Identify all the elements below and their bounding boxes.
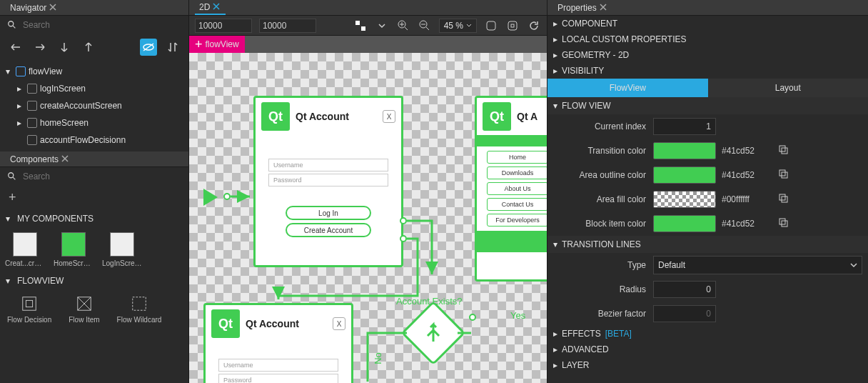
flow-port[interactable] <box>469 314 476 321</box>
chevron-down-icon[interactable] <box>375 19 389 33</box>
components-tab-label: Components <box>10 154 59 164</box>
tab-2d[interactable]: 2D <box>195 1 226 15</box>
close-icon[interactable] <box>213 3 221 11</box>
username-field: Username <box>218 359 338 372</box>
section-component[interactable]: ▸COMPONENT <box>547 16 868 31</box>
section-advanced[interactable]: ▸ADVANCED <box>547 342 868 357</box>
color-swatch[interactable] <box>653 142 716 159</box>
flow-start-icon[interactable] <box>203 189 218 206</box>
component-thumb[interactable]: HomeScreen <box>56 232 91 267</box>
current-index-input[interactable] <box>653 118 716 135</box>
tree-item-loginscreen[interactable]: ▸ logInScreen <box>3 80 186 97</box>
components-tab[interactable]: Components <box>6 153 74 166</box>
sort-icon[interactable] <box>164 39 181 56</box>
flow-port[interactable] <box>400 217 407 224</box>
section-layer[interactable]: ▸LAYER <box>547 357 868 373</box>
tab-label: FlowView <box>610 83 646 93</box>
tree-label: flowView <box>29 66 62 76</box>
visibility-toggle-icon[interactable] <box>140 39 157 56</box>
fit-screen-icon[interactable] <box>484 19 498 33</box>
tree-label: logInScreen <box>40 84 86 94</box>
navigator-tab[interactable]: Navigator <box>6 1 62 14</box>
flow-decision[interactable] <box>401 301 466 366</box>
section-geometry[interactable]: ▸GEOMETRY - 2D <box>547 47 868 63</box>
flow-wildcard-tool[interactable]: Flow Wildcard <box>117 294 162 324</box>
prop-block-item-color: Block item color #41cd52 <box>547 212 868 236</box>
component-thumb[interactable]: LogInScreen <box>104 232 140 267</box>
tab-label: Layout <box>775 83 801 93</box>
anchor-icon[interactable] <box>353 19 368 33</box>
color-swatch[interactable] <box>653 166 716 184</box>
home-nav-button: For Developers <box>487 214 547 227</box>
tree-item-accountflowdecision[interactable]: accountFlowDecisionn <box>3 131 186 149</box>
copy-icon[interactable] <box>777 192 792 207</box>
group-transition-lines[interactable]: ▾TRANSITION LINES <box>547 236 868 253</box>
flowview-header[interactable]: ▾ FLOWVIEW <box>0 272 188 290</box>
properties-subtabs: FlowView Layout <box>547 79 868 97</box>
arrow-right-icon[interactable] <box>31 39 49 56</box>
section-local-custom[interactable]: ▸LOCAL CUSTOM PROPERTIES <box>547 31 868 47</box>
flowview-tools: Flow Decision Flow Item Flow Wildcard <box>0 290 188 328</box>
flow-port[interactable] <box>223 193 231 200</box>
canvas-x-input[interactable] <box>195 19 252 33</box>
flow-item-tool[interactable]: Flow Item <box>69 294 99 324</box>
properties-tab[interactable]: Properties <box>553 1 612 14</box>
tree-item-homescreen[interactable]: ▸ homeScreen <box>3 114 186 131</box>
fit-selection-icon[interactable] <box>505 19 520 33</box>
copy-icon[interactable] <box>777 217 792 231</box>
component-thumb[interactable]: Creat...creen <box>7 232 43 267</box>
arrow-left-icon[interactable] <box>7 39 24 56</box>
flow-port[interactable] <box>400 235 407 242</box>
close-icon[interactable] <box>600 4 608 12</box>
tab-layout[interactable]: Layout <box>708 79 869 97</box>
flow-item-createaccount[interactable]: Qt Qt Account X Username Password Repeat… <box>203 303 353 383</box>
prop-label: Radius <box>553 284 646 294</box>
copy-icon[interactable] <box>777 144 792 158</box>
navigator-search-input[interactable] <box>23 20 181 30</box>
tree-item-createaccountscreen[interactable]: ▸ createAccountScreen <box>3 97 186 114</box>
navigator-search[interactable] <box>0 16 188 34</box>
caret-right-icon: ▸ <box>553 329 557 339</box>
canvas-y-input[interactable] <box>259 19 316 33</box>
my-components-header[interactable]: ▾ MY COMPONENTS <box>0 209 188 228</box>
prop-area-fill-color: Area fill color #00ffffff <box>547 187 868 212</box>
caret-right-icon: ▸ <box>553 344 557 354</box>
hex-value: #41cd52 <box>722 146 772 156</box>
flow-decision-tool[interactable]: Flow Decision <box>7 294 51 324</box>
close-icon[interactable] <box>61 155 70 164</box>
tab-flowview[interactable]: FlowView <box>547 79 708 97</box>
color-swatch[interactable] <box>653 191 716 208</box>
arrow-down-icon[interactable] <box>56 39 73 56</box>
close-icon[interactable] <box>49 4 58 12</box>
tool-label: Flow Decision <box>7 316 51 324</box>
hex-value: #41cd52 <box>722 219 772 229</box>
arrow-up-icon[interactable] <box>80 39 97 56</box>
no-label: No <box>373 352 383 364</box>
tree-root-flowview[interactable]: ▾ flowView <box>3 63 186 80</box>
components-search[interactable] <box>0 167 188 186</box>
section-label: LAYER <box>562 360 589 370</box>
zoom-out-icon[interactable] <box>418 19 432 33</box>
screen-title: Qt A <box>517 111 538 122</box>
flow-item-loginscreen[interactable]: Qt Qt Account X Username Password Log In… <box>253 96 403 267</box>
canvas[interactable]: Qt Qt Account X Username Password Log In… <box>189 53 547 383</box>
type-select[interactable]: Default <box>653 256 862 274</box>
section-effects[interactable]: ▸ EFFECTS [BETA] <box>547 326 868 342</box>
prop-area-outline-color: Area outline color #41cd52 <box>547 163 868 187</box>
close-icon[interactable]: X <box>333 317 345 330</box>
flowview-canvas-label[interactable]: + flowView <box>189 36 245 53</box>
refresh-icon[interactable] <box>527 19 541 33</box>
zoom-select[interactable]: 45 % <box>439 19 477 33</box>
bezier-input[interactable] <box>653 305 716 322</box>
copy-icon[interactable] <box>777 168 792 182</box>
color-swatch[interactable] <box>653 215 716 232</box>
components-search-input[interactable] <box>23 171 181 181</box>
zoom-in-icon[interactable] <box>396 19 410 33</box>
add-component-button[interactable]: + <box>0 186 188 209</box>
home-nav-button: About Us <box>487 182 547 195</box>
section-visibility[interactable]: ▸VISIBILITY <box>547 63 868 79</box>
radius-input[interactable] <box>653 281 716 298</box>
close-icon[interactable]: X <box>383 110 395 123</box>
flow-item-homescreen[interactable]: Qt Qt A Home Downloads About Us Contact … <box>475 96 547 282</box>
group-flowview[interactable]: ▾FLOW VIEW <box>547 97 868 114</box>
